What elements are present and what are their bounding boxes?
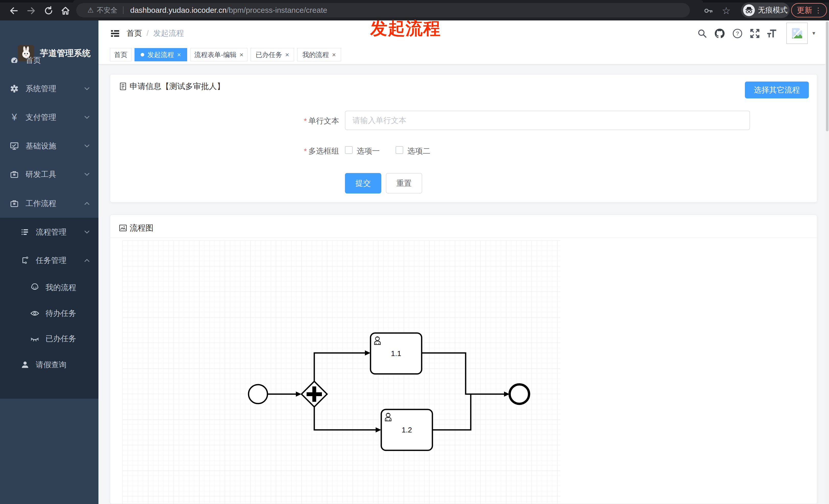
url-bar[interactable]: ⚠ 不安全 dashboard.yudao.iocoder.cn/bpm/pro… — [76, 3, 690, 17]
process-diagram-card: 流程图 — [110, 215, 817, 504]
document-icon — [119, 82, 127, 90]
field-label-checkbox-group: *多选框组 — [278, 146, 339, 156]
yen-icon: ¥ — [10, 113, 19, 122]
svg-text:1.2: 1.2 — [402, 426, 412, 434]
sidebar-item-process-mgmt[interactable]: 流程管理 — [0, 219, 99, 245]
reload-icon[interactable] — [42, 4, 55, 17]
tab-home[interactable]: 首页 — [110, 48, 132, 61]
bpmn-start-event[interactable] — [249, 385, 267, 403]
bpmn-diagram[interactable]: 1.1 1.2 — [110, 237, 818, 504]
scrollbar-thumb[interactable] — [826, 22, 828, 131]
chevron-down-icon — [83, 229, 91, 236]
incognito-badge: 无痕模式 — [741, 3, 790, 18]
breadcrumb-home[interactable]: 首页 — [127, 28, 142, 39]
list-icon — [21, 228, 30, 237]
bpmn-parallel-gateway[interactable] — [301, 381, 327, 407]
sidebar-item-task-mgmt[interactable]: 任务管理 — [0, 248, 99, 273]
submit-button[interactable]: 提交 — [345, 173, 381, 193]
fullscreen-icon[interactable] — [749, 28, 761, 39]
page-header: 首页 / 发起流程 ? ▾ — [99, 21, 829, 46]
browser-active-tab-top[interactable] — [73, 0, 703, 3]
active-tab-dot — [141, 53, 144, 56]
caret-down-icon[interactable]: ▾ — [813, 21, 815, 46]
apply-info-card: 申请信息【测试多审批人】 选择其它流程 *单行文本 *多选框组 选项一 选项二 … — [110, 74, 817, 202]
sidebar-item-system[interactable]: 系统管理 — [0, 76, 99, 102]
bpmn-user-task-1-2[interactable]: 1.2 — [381, 410, 432, 450]
close-icon[interactable]: × — [332, 51, 336, 59]
tag-view-bar: 首页 发起流程 × 流程表单-编辑 × 已办任务 × 我的流程 × — [99, 46, 829, 65]
avatar[interactable] — [786, 23, 808, 44]
bookmark-star-icon[interactable]: ☆ — [720, 4, 733, 17]
card-title: 流程图 — [119, 223, 153, 233]
annotation-text: 发起流程 — [370, 17, 441, 40]
checkbox-label-2[interactable]: 选项二 — [407, 146, 430, 156]
sidebar-item-done-tasks[interactable]: 已办任务 — [0, 326, 99, 351]
sidebar-item-workflow[interactable]: 工作流程 — [0, 191, 99, 216]
required-asterisk: * — [304, 117, 307, 125]
required-asterisk: * — [304, 147, 307, 155]
url-path: /bpm/process-instance/create — [226, 6, 327, 14]
sidebar-item-my-process[interactable]: 我的流程 — [0, 275, 99, 300]
github-icon[interactable] — [714, 28, 725, 39]
svg-text:1.1: 1.1 — [391, 349, 401, 357]
font-size-icon[interactable] — [766, 28, 778, 39]
incognito-icon — [743, 4, 755, 16]
eye-closed-icon — [30, 334, 39, 343]
update-menu-button[interactable]: 更新 ⋮ — [791, 3, 827, 17]
help-icon[interactable]: ? — [731, 28, 743, 39]
sidebar: 芋道管理系统 首页 系统管理 ¥ 支付管理 基础设施 研发工具 工作 — [0, 21, 99, 504]
update-label[interactable]: 更新 — [797, 5, 812, 15]
url-divider — [123, 6, 123, 14]
chevron-down-icon — [83, 171, 91, 178]
choose-other-process-button[interactable]: 选择其它流程 — [745, 81, 809, 99]
bpmn-end-event[interactable] — [510, 384, 529, 404]
tab-my-process[interactable]: 我的流程 × — [297, 48, 341, 61]
sidebar-item-todo-tasks[interactable]: 待办任务 — [0, 301, 99, 326]
sidebar-item-home[interactable]: 首页 — [0, 47, 99, 73]
checkbox-option-2[interactable] — [396, 146, 403, 154]
breadcrumb-current: 发起流程 — [153, 28, 184, 39]
image-icon — [119, 224, 127, 232]
field-label-text: *单行文本 — [278, 116, 339, 126]
close-icon[interactable]: × — [177, 51, 181, 59]
forward-icon[interactable] — [25, 4, 38, 17]
single-line-text-input[interactable] — [345, 111, 750, 130]
chevron-down-icon — [83, 114, 91, 121]
eye-icon — [30, 309, 39, 318]
card-title: 申请信息【测试多审批人】 — [119, 81, 225, 92]
broken-image-icon — [791, 28, 803, 39]
security-label[interactable]: 不安全 — [97, 6, 117, 15]
checkbox-label-1[interactable]: 选项一 — [357, 146, 380, 156]
chevron-up-icon — [83, 200, 91, 207]
breadcrumb-separator: / — [146, 29, 149, 38]
tree-icon — [21, 256, 30, 265]
bpmn-user-task-1-1[interactable]: 1.1 — [370, 333, 422, 374]
screen: ⚠ 不安全 dashboard.yudao.iocoder.cn/bpm/pro… — [0, 0, 829, 504]
password-key-icon[interactable] — [702, 4, 715, 17]
chevron-down-icon — [83, 85, 91, 92]
briefcase-icon — [10, 170, 19, 179]
briefcase-icon — [10, 199, 19, 208]
kebab-menu-icon[interactable]: ⋮ — [815, 6, 822, 14]
sidebar-item-leave-query[interactable]: 请假查询 — [0, 352, 99, 378]
search-icon[interactable] — [696, 28, 708, 39]
tab-form-edit[interactable]: 流程表单-编辑 × — [190, 48, 248, 61]
sidebar-fold-icon[interactable] — [109, 28, 121, 39]
gear-icon — [10, 84, 19, 93]
breadcrumb: 首页 / 发起流程 — [127, 21, 184, 46]
sidebar-item-payment[interactable]: ¥ 支付管理 — [0, 105, 99, 130]
tab-done-tasks[interactable]: 已办任务 × — [251, 48, 294, 61]
back-icon[interactable] — [7, 4, 21, 17]
sidebar-item-infrastructure[interactable]: 基础设施 — [0, 133, 99, 159]
sidebar-item-devtools[interactable]: 研发工具 — [0, 161, 99, 187]
close-icon[interactable]: × — [240, 51, 244, 59]
reset-button[interactable]: 重置 — [386, 173, 422, 193]
svg-text:?: ? — [736, 30, 739, 36]
home-icon[interactable] — [59, 4, 72, 17]
close-icon[interactable]: × — [285, 51, 289, 59]
monitor-icon — [10, 141, 19, 151]
face-icon — [30, 283, 39, 292]
incognito-label: 无痕模式 — [758, 5, 788, 15]
tab-create-process[interactable]: 发起流程 × — [135, 48, 187, 61]
checkbox-option-1[interactable] — [345, 146, 353, 154]
